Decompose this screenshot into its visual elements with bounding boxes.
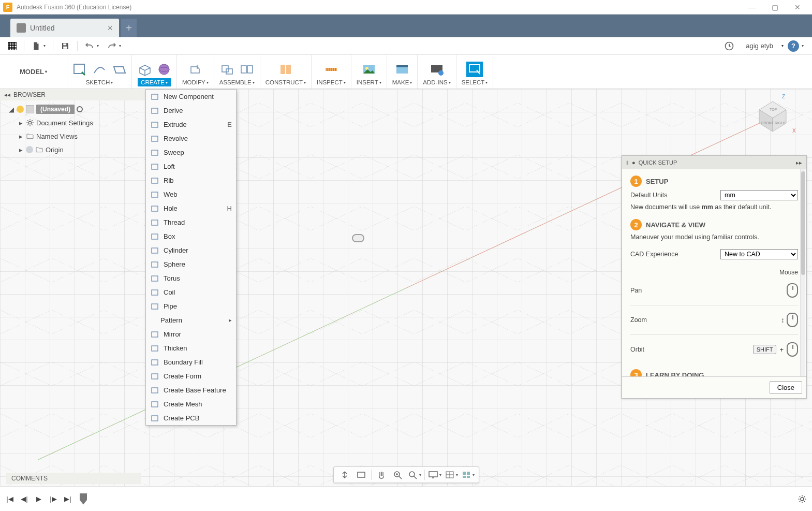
line-tool-icon[interactable] bbox=[91, 62, 108, 77]
construct-plane-icon[interactable] bbox=[277, 62, 294, 77]
timeline-step-forward[interactable]: |▶ bbox=[48, 493, 59, 505]
close-button[interactable]: Close bbox=[770, 381, 802, 394]
ribbon-group-select[interactable]: SELECT▾ bbox=[456, 55, 494, 89]
ribbon-group-insert[interactable]: INSERT▾ bbox=[351, 55, 387, 89]
window-minimize[interactable]: — bbox=[741, 3, 763, 11]
menu-item-boundary-fill[interactable]: Boundary Fill bbox=[146, 355, 236, 369]
zoom-tool[interactable] bbox=[390, 469, 406, 481]
print-3d-icon[interactable] bbox=[394, 62, 410, 77]
cad-experience-select[interactable]: New to CAD bbox=[720, 249, 798, 259]
timeline-play[interactable]: ▶ bbox=[33, 493, 45, 505]
new-component-icon[interactable] bbox=[219, 62, 235, 77]
menu-item-rib[interactable]: Rib bbox=[146, 173, 236, 187]
menu-item-mirror[interactable]: Mirror bbox=[146, 327, 236, 341]
ribbon-group-create[interactable]: CREATE▾ bbox=[132, 55, 177, 89]
create-sketch-icon[interactable] bbox=[71, 62, 88, 77]
ribbon-group-assemble[interactable]: ASSEMBLE▾ bbox=[214, 55, 260, 89]
menu-item-create-mesh[interactable]: Create Mesh bbox=[146, 397, 236, 411]
menu-item-create-base-feature[interactable]: Create Base Feature bbox=[146, 383, 236, 397]
window-maximize[interactable]: ▢ bbox=[763, 3, 786, 11]
menu-item-label: Box bbox=[164, 232, 175, 240]
menu-item-loft[interactable]: Loft bbox=[146, 159, 236, 173]
joint-icon[interactable] bbox=[239, 62, 255, 77]
press-pull-icon[interactable] bbox=[187, 62, 203, 77]
menu-item-thread[interactable]: Thread bbox=[146, 215, 236, 229]
file-menu-button[interactable]: ▾ bbox=[27, 39, 50, 53]
insert-decal-icon[interactable] bbox=[361, 62, 377, 77]
new-document-tab[interactable]: + bbox=[121, 19, 137, 37]
zoom-window-tool[interactable]: ▾ bbox=[407, 469, 422, 481]
timeline-settings[interactable] bbox=[796, 493, 808, 505]
tree-item-origin[interactable]: ▸ Origin bbox=[0, 143, 145, 156]
menu-item-box[interactable]: Box bbox=[146, 229, 236, 243]
timeline-end[interactable]: ▶| bbox=[62, 493, 73, 505]
menu-item-sweep[interactable]: Sweep bbox=[146, 145, 236, 159]
pan-tool[interactable] bbox=[374, 469, 389, 481]
menu-item-label: Sweep bbox=[164, 149, 184, 156]
window-close[interactable]: ✕ bbox=[786, 3, 809, 11]
document-tab[interactable]: Untitled × bbox=[10, 19, 119, 37]
menu-item-new-component[interactable]: New Component bbox=[146, 90, 236, 104]
display-settings[interactable]: ▾ bbox=[427, 469, 442, 481]
undo-button[interactable]: ▾ bbox=[81, 40, 103, 52]
tree-item-document-settings[interactable]: ▸ Document Settings bbox=[0, 116, 145, 129]
ribbon-group-modify[interactable]: MODIFY▾ bbox=[177, 55, 214, 89]
rectangle-tool-icon[interactable] bbox=[111, 62, 127, 77]
document-tab-close[interactable]: × bbox=[107, 23, 113, 34]
workspace-selector[interactable]: MODEL▾ bbox=[0, 55, 67, 89]
ribbon-group-construct[interactable]: CONSTRUCT▾ bbox=[260, 55, 312, 89]
ribbon-group-sketch[interactable]: SKETCH▾ bbox=[67, 55, 132, 89]
mouse-icon bbox=[787, 313, 798, 327]
save-button[interactable] bbox=[56, 39, 74, 53]
menu-item-create-form[interactable]: Create Form bbox=[146, 369, 236, 383]
menu-shortcut: E bbox=[227, 121, 232, 128]
help-button[interactable]: ?▾ bbox=[784, 38, 808, 54]
timeline-start[interactable]: |◀ bbox=[4, 493, 16, 505]
menu-item-coil[interactable]: Coil bbox=[146, 285, 236, 299]
menu-item-revolve[interactable]: Revolve bbox=[146, 132, 236, 145]
redo-button[interactable]: ▾ bbox=[103, 40, 125, 52]
menu-item-hole[interactable]: HoleH bbox=[146, 201, 236, 215]
panel-scrollbar[interactable] bbox=[800, 169, 805, 376]
menu-item-pipe[interactable]: Pipe bbox=[146, 299, 236, 313]
panel-grip-icon[interactable]: ⦀ bbox=[626, 159, 629, 166]
orbit-tool[interactable] bbox=[337, 469, 352, 481]
timeline-step-back[interactable]: ◀| bbox=[19, 493, 30, 505]
menu-item-web[interactable]: Web bbox=[146, 187, 236, 201]
visibility-bulb-icon[interactable] bbox=[17, 106, 24, 113]
ribbon-group-inspect[interactable]: INSPECT▾ bbox=[312, 55, 351, 89]
data-panel-button[interactable] bbox=[4, 40, 21, 52]
scripts-icon[interactable] bbox=[429, 62, 445, 77]
ribbon-group-addins[interactable]: ADD-INS▾ bbox=[418, 55, 456, 89]
user-menu[interactable]: agig etyb bbox=[739, 42, 780, 50]
menu-item-derive[interactable]: Derive bbox=[146, 104, 236, 118]
menu-item-torus[interactable]: Torus bbox=[146, 271, 236, 285]
collapse-icon[interactable]: ◂◂ bbox=[4, 91, 10, 98]
view-cube[interactable]: Z X TOP FRONT RIGHT bbox=[750, 92, 791, 134]
menu-item-sphere[interactable]: Sphere bbox=[146, 257, 236, 271]
box-primitive-icon[interactable] bbox=[136, 62, 153, 77]
panel-expand-icon[interactable]: ▸▸ bbox=[796, 159, 802, 166]
origin-marker[interactable] bbox=[352, 234, 364, 242]
timeline-marker[interactable] bbox=[80, 493, 87, 505]
grid-settings[interactable]: ▾ bbox=[444, 469, 459, 481]
visibility-bulb-icon[interactable] bbox=[26, 146, 33, 153]
menu-item-extrude[interactable]: ExtrudeE bbox=[146, 118, 236, 132]
menu-item-create-pcb[interactable]: Create PCB bbox=[146, 411, 236, 425]
sphere-primitive-icon[interactable] bbox=[156, 62, 172, 77]
viewport-layouts[interactable]: ▾ bbox=[460, 469, 476, 481]
job-status-button[interactable] bbox=[720, 39, 739, 53]
look-at-tool[interactable] bbox=[353, 469, 369, 481]
tree-item-named-views[interactable]: ▸ Named Views bbox=[0, 129, 145, 143]
menu-item-cylinder[interactable]: Cylinder bbox=[146, 243, 236, 257]
measure-icon[interactable] bbox=[323, 62, 339, 77]
activate-radio-icon[interactable] bbox=[77, 106, 83, 112]
tree-root[interactable]: ◢ (Unsaved) bbox=[0, 103, 145, 116]
panel-collapse-icon[interactable]: ● bbox=[632, 159, 636, 166]
menu-item-thicken[interactable]: Thicken bbox=[146, 341, 236, 355]
default-units-select[interactable]: mm bbox=[720, 190, 798, 200]
menu-item-pattern[interactable]: Pattern bbox=[146, 313, 236, 327]
browser-header[interactable]: ◂◂ BROWSER bbox=[0, 89, 145, 100]
ribbon-group-make[interactable]: MAKE▾ bbox=[387, 55, 418, 89]
select-tool-icon[interactable] bbox=[466, 62, 483, 77]
